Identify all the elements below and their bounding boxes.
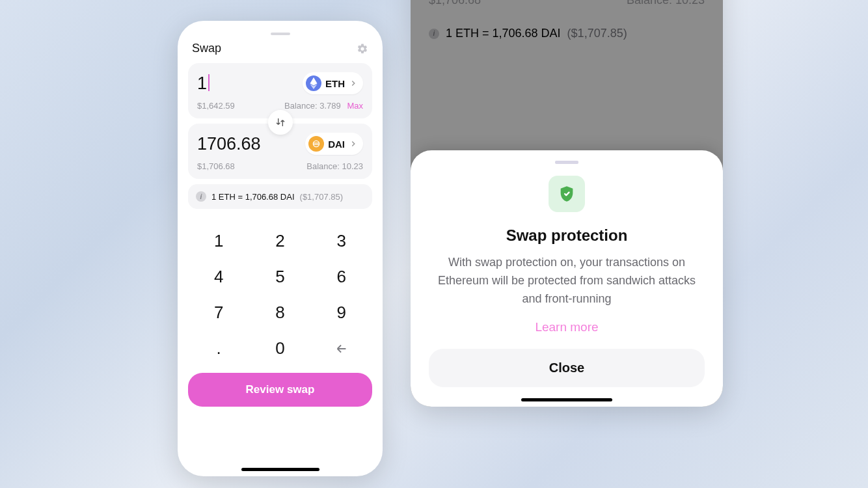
to-token-select[interactable]: DAI [305, 133, 363, 155]
from-token-select[interactable]: ETH [303, 72, 363, 94]
to-amount: 1706.68 [197, 134, 261, 154]
swap-title: Swap [192, 42, 221, 55]
to-token-card: 1706.68 DAI $1,706.68 Balance: 10.23 [188, 124, 372, 179]
from-balance: Balance: 3.789 [284, 101, 341, 111]
to-token-symbol: DAI [328, 139, 345, 150]
key-8[interactable]: 8 [249, 303, 310, 323]
review-swap-button[interactable]: Review swap [188, 373, 372, 407]
info-icon: i [196, 191, 206, 202]
key-9[interactable]: 9 [311, 303, 372, 323]
learn-more-link[interactable]: Learn more [429, 320, 705, 334]
chevron-right-icon [349, 79, 358, 88]
key-4[interactable]: 4 [188, 267, 249, 287]
from-usd-value: $1,642.59 [197, 101, 235, 111]
sheet-title: Swap protection [429, 226, 705, 245]
to-usd-value: $1,706.68 [197, 161, 235, 171]
key-3[interactable]: 3 [311, 231, 372, 251]
shield-badge [549, 176, 585, 212]
chevron-right-icon [349, 139, 358, 148]
key-7[interactable]: 7 [188, 303, 249, 323]
from-token-symbol: ETH [325, 78, 345, 89]
svg-point-0 [313, 141, 319, 146]
home-indicator-icon [521, 398, 612, 401]
home-indicator-icon [241, 468, 319, 471]
swap-protection-sheet: Swap protection With swap protection on,… [411, 150, 723, 407]
key-5[interactable]: 5 [249, 267, 310, 287]
key-1[interactable]: 1 [188, 231, 249, 251]
rate-usd: ($1,707.85) [300, 192, 344, 202]
shield-check-icon [558, 185, 576, 203]
max-button[interactable]: Max [347, 101, 363, 111]
eth-coin-icon [306, 75, 321, 91]
gear-icon[interactable] [357, 43, 368, 55]
swap-direction-button[interactable] [268, 110, 293, 135]
drag-handle-icon[interactable] [555, 161, 578, 164]
to-balance: Balance: 10.23 [306, 161, 363, 171]
numeric-keypad: 1 2 3 4 5 6 7 8 9 . 0 [188, 231, 372, 359]
exchange-rate-card[interactable]: i 1 ETH = 1,706.68 DAI ($1,707.85) [188, 184, 372, 209]
protection-phone: $1,706.68 Balance: 10.23 i 1 ETH = 1,706… [411, 0, 723, 407]
key-6[interactable]: 6 [311, 267, 372, 287]
sheet-body: With swap protection on, your transactio… [429, 254, 705, 308]
dai-coin-icon [308, 136, 324, 152]
key-0[interactable]: 0 [249, 338, 310, 359]
arrow-left-icon [334, 342, 349, 356]
rate-text: 1 ETH = 1,706.68 DAI [211, 192, 295, 202]
swap-phone: Swap 1 ETH $1,642.59 Balance: 3 [178, 21, 383, 476]
close-button[interactable]: Close [429, 349, 705, 387]
key-backspace[interactable] [311, 338, 372, 359]
key-2[interactable]: 2 [249, 231, 310, 251]
key-dot[interactable]: . [188, 338, 249, 359]
from-amount-input[interactable]: 1 [197, 74, 210, 94]
drag-handle-icon [271, 33, 290, 35]
